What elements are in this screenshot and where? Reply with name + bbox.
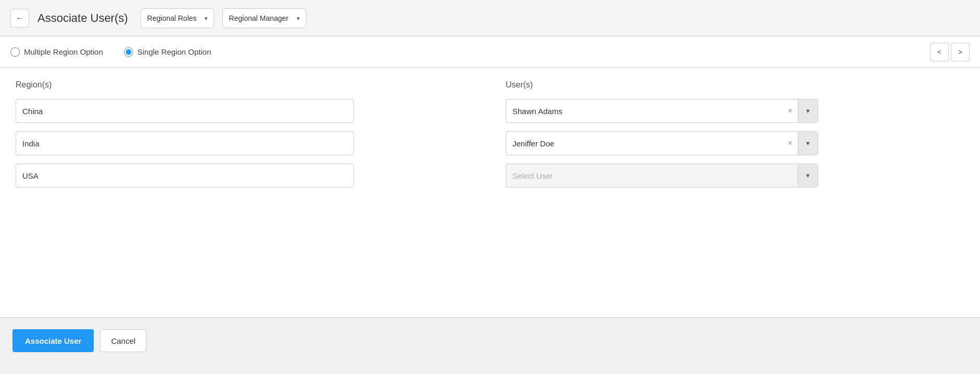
regional-roles-dropdown-wrapper: Regional Roles Global Roles Local Roles xyxy=(141,8,214,28)
next-arrow-icon: > xyxy=(958,48,962,56)
next-arrow-button[interactable]: > xyxy=(951,43,970,61)
back-button[interactable]: ← xyxy=(10,9,29,28)
prev-arrow-button[interactable]: < xyxy=(930,43,949,61)
user-select-1[interactable]: Shawn Adams × ▼ xyxy=(506,99,818,123)
users-column: User(s) Shawn Adams × ▼ Jeniffer Doe × ▼… xyxy=(506,80,964,196)
columns-container: Region(s) User(s) Shawn Adams × ▼ Jeniff… xyxy=(16,80,964,196)
page-title: Associate User(s) xyxy=(37,11,128,25)
main-content: Region(s) User(s) Shawn Adams × ▼ Jeniff… xyxy=(0,68,980,318)
back-arrow-icon: ← xyxy=(16,14,24,23)
chevron-down-icon-1: ▼ xyxy=(805,108,811,114)
user-select-2[interactable]: Jeniffer Doe × ▼ xyxy=(506,131,818,155)
region-option-group: Multiple Region Option Single Region Opt… xyxy=(10,47,930,57)
user-select-2-value: Jeniffer Doe xyxy=(506,135,783,152)
user-select-3[interactable]: Select User ▼ xyxy=(506,164,818,188)
user-select-2-clear[interactable]: × xyxy=(783,139,798,147)
regions-column: Region(s) xyxy=(16,80,474,196)
users-column-header: User(s) xyxy=(506,80,964,90)
options-bar: Multiple Region Option Single Region Opt… xyxy=(0,36,980,68)
regions-column-header: Region(s) xyxy=(16,80,474,90)
pagination-arrows: < > xyxy=(930,43,970,61)
region-input-usa[interactable] xyxy=(16,164,354,188)
associate-user-button[interactable]: Associate User xyxy=(12,329,94,352)
role-type-dropdown[interactable]: Regional Manager Regional Admin Regional… xyxy=(222,8,306,28)
chevron-down-icon-3: ▼ xyxy=(805,172,811,179)
single-region-label: Single Region Option xyxy=(137,47,211,56)
regional-roles-dropdown[interactable]: Regional Roles Global Roles Local Roles xyxy=(141,8,214,28)
region-input-china[interactable] xyxy=(16,99,354,123)
cancel-button[interactable]: Cancel xyxy=(100,329,146,352)
role-type-dropdown-wrapper: Regional Manager Regional Admin Regional… xyxy=(222,8,306,28)
multiple-region-label: Multiple Region Option xyxy=(24,47,103,56)
multiple-region-radio[interactable] xyxy=(10,47,20,57)
prev-arrow-icon: < xyxy=(937,48,941,56)
footer: Associate User Cancel xyxy=(0,318,980,364)
single-region-option[interactable]: Single Region Option xyxy=(124,47,211,57)
chevron-down-icon-2: ▼ xyxy=(805,140,811,146)
multiple-region-option[interactable]: Multiple Region Option xyxy=(10,47,103,57)
user-select-1-clear[interactable]: × xyxy=(783,107,798,115)
single-region-radio[interactable] xyxy=(124,47,133,57)
user-select-2-arrow[interactable]: ▼ xyxy=(798,132,818,155)
user-select-1-arrow[interactable]: ▼ xyxy=(798,99,818,122)
user-select-3-arrow[interactable]: ▼ xyxy=(798,164,818,187)
user-select-3-placeholder: Select User xyxy=(506,167,798,184)
user-select-1-value: Shawn Adams xyxy=(506,103,783,120)
header: ← Associate User(s) Regional Roles Globa… xyxy=(0,0,980,36)
region-input-india[interactable] xyxy=(16,131,354,155)
